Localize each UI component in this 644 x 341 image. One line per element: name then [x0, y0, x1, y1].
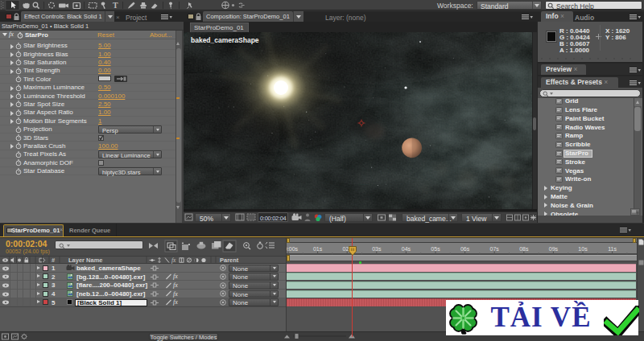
svg-text:Layer Name: Layer Name: [68, 257, 103, 264]
svg-text:10s: 10s: [578, 246, 588, 252]
svg-text:#: #: [52, 257, 56, 264]
svg-text:01s: 01s: [313, 246, 323, 252]
svg-text:05s: 05s: [431, 246, 440, 252]
svg-text:fx: fx: [171, 257, 176, 264]
svg-text:04s: 04s: [402, 246, 411, 252]
svg-text:07s: 07s: [490, 246, 500, 252]
svg-text:T: T: [113, 1, 118, 10]
svg-text:08s: 08s: [519, 246, 529, 252]
svg-text:11s: 11s: [608, 246, 617, 252]
svg-text:09s: 09s: [549, 246, 559, 252]
svg-text:03s: 03s: [372, 246, 382, 252]
svg-text:Parent: Parent: [220, 257, 239, 264]
svg-text:06s: 06s: [460, 246, 470, 252]
svg-text:0:00s: 0:00s: [287, 246, 299, 252]
svg-text:baked_cameraShape: baked_cameraShape: [191, 36, 259, 44]
